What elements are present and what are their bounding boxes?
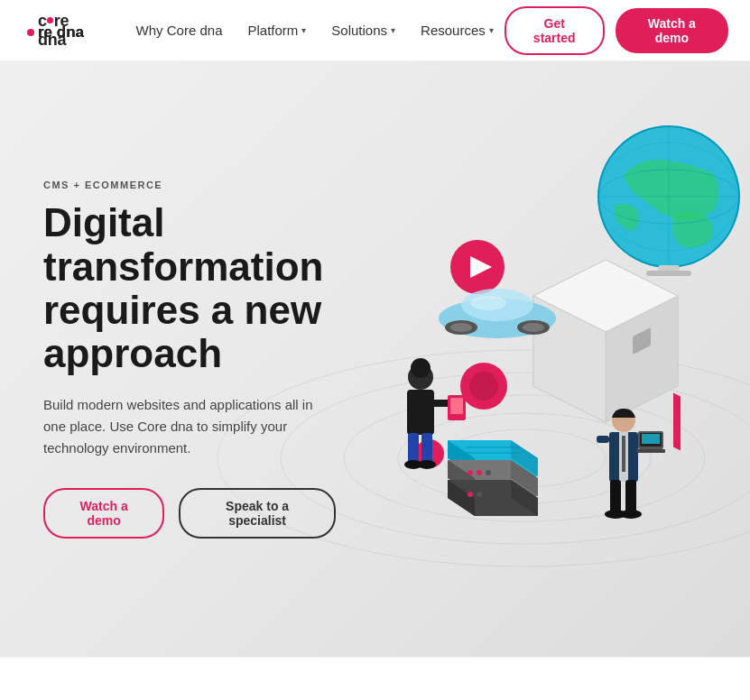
svg-rect-21 [673,393,681,451]
svg-rect-38 [421,433,432,465]
svg-point-50 [477,470,482,475]
get-started-button[interactable]: Get started [505,6,605,55]
hero-title: Digital transformation requires a new ap… [43,201,336,376]
hero-speak-specialist-button[interactable]: Speak to a specialist [179,488,336,539]
svg-rect-65 [642,434,660,444]
logo-label: cre dna [38,12,97,50]
hero-content: CMS + ECOMMERCE Digital transformation r… [0,125,379,593]
feature-card-launch [188,694,375,700]
svg-rect-66 [636,449,665,453]
navbar: re dna re dna cre dna Why Core dna Platf… [0,0,750,61]
svg-point-27 [450,323,472,332]
svg-point-32 [411,358,431,378]
resources-chevron-icon: ▾ [489,25,494,35]
svg-rect-68 [625,480,636,514]
deco-circle-inner-icon [469,372,498,401]
solutions-chevron-icon: ▾ [391,25,395,35]
svg-point-51 [486,470,491,475]
platform-chevron-icon: ▾ [301,25,306,35]
svg-rect-33 [407,390,434,435]
nav-item-solutions[interactable]: Solutions ▾ [320,15,406,45]
svg-rect-60 [622,436,625,472]
svg-rect-15 [646,271,691,276]
svg-point-30 [470,296,506,310]
play-button-icon [450,240,505,294]
svg-point-40 [418,460,436,469]
svg-point-0 [27,29,34,36]
bottom-section: ! [0,657,750,700]
feature-card-analytics: ! [375,694,563,700]
svg-rect-67 [610,480,621,514]
nav-links: Why Core dna Platform ▾ Solutions ▾ Reso… [125,15,505,45]
svg-point-29 [523,323,544,332]
svg-rect-37 [408,433,419,465]
nav-item-resources[interactable]: Resources ▾ [410,15,505,45]
hero-eyebrow: CMS + ECOMMERCE [43,180,336,190]
logo[interactable]: re dna re dna cre dna [22,12,97,50]
svg-point-56 [477,492,482,497]
svg-point-70 [620,510,642,519]
hero-buttons: Watch a demo Speak to a specialist [43,488,336,539]
nav-item-platform[interactable]: Platform ▾ [236,15,317,45]
hero-description: Build modern websites and applications a… [43,394,336,459]
watch-demo-button[interactable]: Watch a demo [616,8,728,53]
nav-item-why[interactable]: Why Core dna [125,15,234,45]
nav-actions: Get started Watch a demo [505,6,728,55]
feature-card-support: ✓ [562,694,750,700]
hero-section: CMS + ECOMMERCE Digital transformation r… [0,61,750,657]
svg-point-55 [468,492,473,497]
svg-point-49 [468,470,473,475]
hero-watch-demo-button[interactable]: Watch a demo [43,488,164,539]
svg-rect-36 [450,398,463,414]
svg-rect-61 [597,436,609,443]
feature-card-cms [0,694,188,700]
